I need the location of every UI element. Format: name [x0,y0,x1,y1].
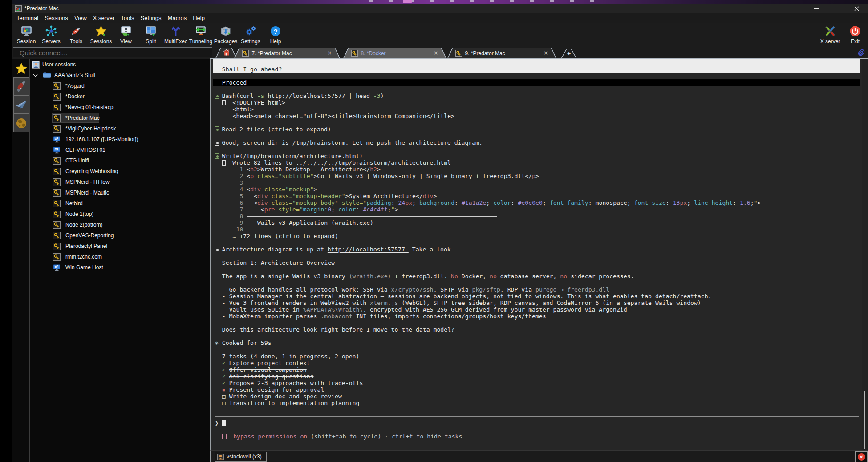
terminal-text: no [560,273,567,280]
tree-item-vigilcyber-helpdesk[interactable]: *VigilCyber-Helpdesk [30,124,210,134]
toolbar-button-tools[interactable]: Tools [64,23,89,47]
tab-close-icon[interactable]: × [327,50,332,56]
toolbar-button-session[interactable]: Session [14,23,39,47]
terminal-text: < [247,186,250,193]
quick-connect-input[interactable] [13,47,212,57]
terminal-text: (WebGL), SFTP tree sidebar, RDP canvas, … [398,300,701,306]
toolbar-button-multiexec[interactable]: MultiExec [163,23,188,47]
menu-item-view[interactable]: View [71,13,90,23]
menu-item-settings[interactable]: Settings [138,13,165,23]
tab-close-icon[interactable]: × [544,50,548,56]
tree-item-mspnerd-mautic[interactable]: MSPNerd - Mautic [30,188,210,199]
tree-item-ctg-unifi[interactable]: CTG Unifi [30,156,210,166]
tab-home[interactable] [215,48,237,58]
terminal-line [213,253,860,259]
toolbar-button-exit[interactable]: Exit [843,23,868,47]
terminal-text: "mockup-header" [292,193,345,199]
toolbar-button-settings[interactable]: Settings [238,23,263,47]
toolbar-button-servers[interactable]: Servers [39,23,64,47]
scrollbar-thumb[interactable] [864,391,865,449]
tree-item-predator-mac[interactable]: *Predator Mac [30,113,210,124]
menu-item-sessions[interactable]: Sessions [41,13,71,23]
tab-session-9[interactable]: 9. *Predator Mac× [447,48,556,58]
terminal-text: Propose 2-3 approaches with trade-offs [229,380,363,386]
terminal-line: Shall I go ahead? [213,66,860,73]
menu-item-tools[interactable]: Tools [118,13,137,23]
terminal-text: ; [750,199,754,206]
maximize-button[interactable] [830,4,844,13]
toolbar-button-sessions[interactable]: Sessions [89,23,114,47]
toolbar-button-x-server[interactable]: X server [818,23,843,47]
terminal-link[interactable]: http://localhost:57577. [328,246,409,253]
tree-item-openvas-reporting[interactable]: OpenVAS-Reporting [30,231,210,241]
close-button[interactable] [850,4,864,13]
terminal-link[interactable]: http://localhost:57577 [268,93,345,99]
terminal-text: 2 [215,173,247,179]
toolbar-button-view[interactable]: View [114,23,138,47]
terminal-text: 9 [215,219,243,226]
favorites-tab[interactable] [13,59,29,77]
toolbar-label: Split [146,38,156,45]
key-icon [53,178,61,186]
tree-item-label: MSPNerd - ITFlow [65,179,110,185]
tree-item-node-2-bottom[interactable]: Node 2(bottom) [30,220,210,231]
network-tab[interactable] [13,114,29,132]
tunneling-icon [195,25,207,37]
tree-item-new-cp01-heistacp[interactable]: *New-cp01-heistacp [30,102,210,113]
terminal-line [213,426,860,433]
toolbar-button-tunneling[interactable]: Tunneling [188,23,213,47]
tab-session-7[interactable]: 7. *Predator Mac× [234,48,340,58]
tree-item-192-168-1-107-ups-monitor[interactable]: 192.168.1.107 ([UPS-Monitor]) [30,134,210,145]
help-icon: ? [269,25,282,37]
tab-close-icon[interactable]: × [434,50,438,56]
menu-item-x-server[interactable]: X server [90,13,118,23]
toolbar-button-packages[interactable]: Packages [213,23,238,47]
terminal-text [226,386,229,393]
taskbar-mark [389,0,393,2]
tree-item-pterodactyl-panel[interactable]: Pterodactyl Panel [30,241,210,252]
paperclip-icon[interactable] [856,48,866,57]
terminal-line: 2 <p class="subtitle">Go + Wails v3 | Wi… [213,173,860,179]
tree-item-label: CLT-VMHOST01 [65,147,105,153]
tree-item-label: *Docker [65,93,85,100]
menu-item-macros[interactable]: Macros [165,13,190,23]
terminal-text: Proceed [215,79,247,86]
terminal-line [213,133,860,139]
tree-item-aaa-vantz-s-stuff[interactable]: AAA Vantz's Stuff [30,70,210,81]
terminal-line: Read 2 files (ctrl+o to expand) [213,126,860,133]
menu-item-terminal[interactable]: Terminal [13,13,41,23]
terminal-line [213,266,860,273]
terminal-panel[interactable]: Shall I go ahead? ProceedBash(curl -s ht… [210,59,868,450]
key-icon [53,168,61,175]
tab-session-8[interactable]: 8. *Docker× [343,48,446,58]
menu-item-help[interactable]: Help [190,13,208,23]
tree-item-greyming-webhosting[interactable]: Greyming Webhosting [30,166,210,177]
terminal-line: <html> [213,106,860,113]
terminal-line: Bash(curl -s http://localhost:57577 | he… [213,93,860,99]
tree-item-user-sessions[interactable]: User sessions [30,60,210,70]
tab-new[interactable]: + [561,49,576,58]
terminal-scrollbar[interactable] [862,59,868,450]
bottom-session-tab[interactable]: vstockwell (x3) [215,452,267,462]
terminal-line: 3 [213,179,860,186]
chevron-down-icon[interactable] [33,74,37,77]
window-titlebar[interactable]: >_ *Predator Mac [12,4,868,13]
minimize-button[interactable] [810,4,823,13]
tree-item-win-game-host[interactable]: Win Game Host [30,263,210,273]
terminate-button[interactable]: × [855,451,868,462]
tree-item-node-1-top[interactable]: Node 1(top) [30,209,210,220]
record-bullet-icon [215,93,219,99]
tree-item-asgard[interactable]: *Asgard [30,81,210,92]
tree-item-netbird[interactable]: Netbird [30,199,210,209]
toolbar-label: Packages [214,38,238,45]
tree-item-rmm-t2cnc-com[interactable]: rmm.t2cnc.com [30,252,210,263]
tree-item-mspnerd-itflow[interactable]: MSPNerd - ITFlow [30,177,210,188]
toolbar-button-help[interactable]: ?Help [263,23,288,47]
toolbar-button-split[interactable]: Split [138,23,163,47]
tools-tab[interactable] [13,77,29,96]
tree-item-clt-vmhost01[interactable]: CLT-VMHOST01 [30,145,210,156]
terminal-text: Take a look. [409,246,454,253]
tree-item-docker[interactable]: *Docker [30,92,210,102]
terminal-text: class= [272,199,292,206]
sessions-tab[interactable] [13,96,29,114]
